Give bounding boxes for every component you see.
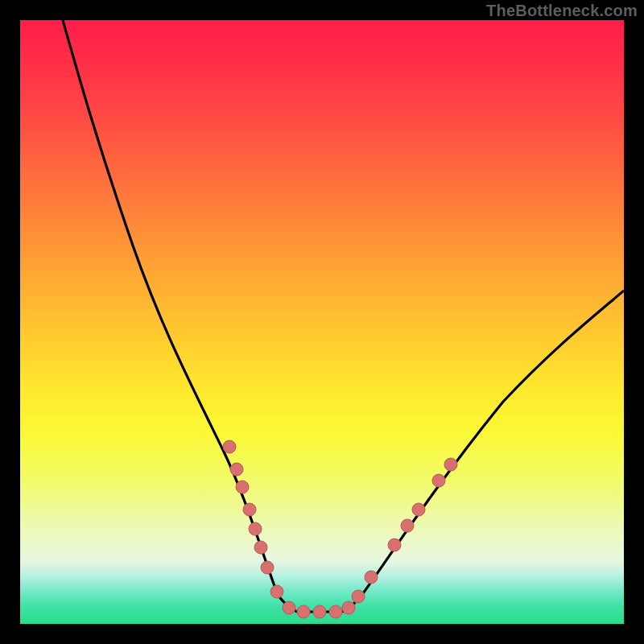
- plot-area: [20, 20, 624, 624]
- data-point: [283, 601, 295, 614]
- data-point: [230, 463, 243, 476]
- watermark-text: TheBottleneck.com: [486, 2, 638, 20]
- data-point: [270, 585, 283, 598]
- data-point: [365, 571, 378, 584]
- data-point: [297, 605, 310, 618]
- data-points: [223, 440, 457, 618]
- data-point: [401, 519, 414, 532]
- data-point: [444, 458, 457, 471]
- data-point: [432, 474, 445, 487]
- data-point: [313, 605, 326, 618]
- data-point: [249, 522, 262, 535]
- data-point: [388, 539, 401, 551]
- curve-group: [63, 20, 624, 612]
- right-curve: [342, 291, 624, 612]
- data-point: [329, 605, 342, 618]
- data-point: [412, 503, 425, 516]
- data-point: [243, 503, 256, 516]
- chart-frame: TheBottleneck.com: [0, 0, 644, 644]
- data-point: [236, 481, 249, 493]
- chart-svg: [20, 20, 624, 624]
- data-point: [223, 440, 236, 453]
- left-curve: [63, 20, 297, 612]
- data-point: [261, 561, 274, 574]
- data-point: [342, 601, 355, 614]
- data-point: [352, 590, 365, 603]
- data-point: [254, 541, 267, 554]
